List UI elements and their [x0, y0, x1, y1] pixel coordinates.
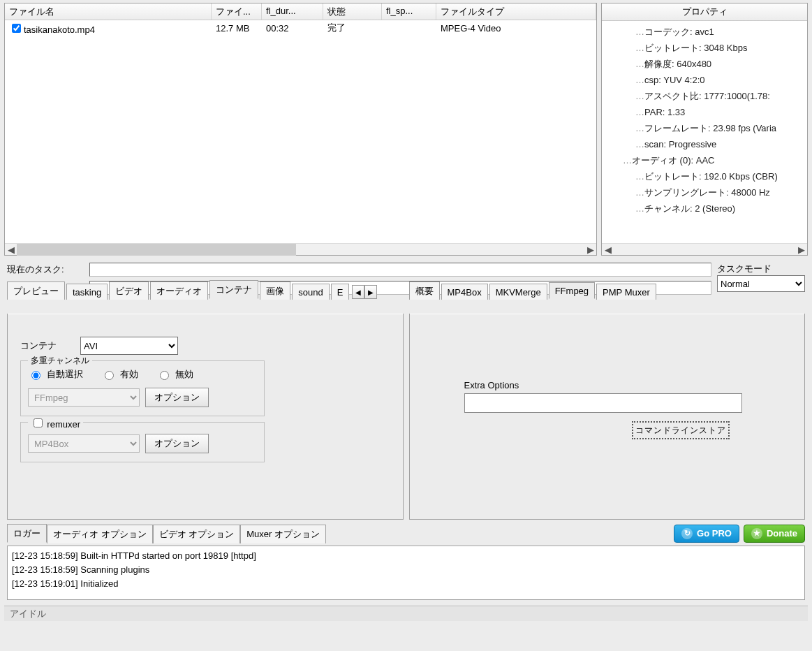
properties-hscroll[interactable]: ◀ ▶ [602, 243, 807, 255]
remux-legend: remuxer [28, 416, 83, 430]
property-item[interactable]: チャンネル: 2 (Stereo) [603, 200, 806, 217]
file-list-panel: ファイル名 ファイ... fl_dur... 状態 fl_sp... ファイルタ… [4, 3, 597, 256]
tab-オーディオ[interactable]: オーディオ [150, 281, 208, 300]
tab-プレビュー[interactable]: プレビュー [7, 281, 65, 300]
radio-disable[interactable]: 無効 [156, 368, 193, 381]
mux-radio-group: 自動選択 有効 無効 [28, 368, 257, 381]
bottom-tab-1[interactable]: オーディオ オプション [47, 525, 153, 543]
property-item[interactable]: アスペクト比: 1777:1000(1.78: [603, 88, 806, 104]
task-mode-select[interactable]: Normal [717, 275, 805, 292]
go-pro-button[interactable]: ↻Go PRO [674, 525, 739, 543]
container-select[interactable]: AVI [80, 337, 178, 355]
col-filetype[interactable]: ファイルタイプ [436, 3, 596, 20]
col-filesize[interactable]: ファイ... [212, 3, 262, 20]
status-text: アイドル [10, 608, 46, 620]
extra-options-label: Extra Options [464, 380, 798, 390]
file-row-size: 12.7 MB [212, 23, 262, 34]
radio-enable[interactable]: 有効 [101, 368, 138, 381]
cmdline-store-button[interactable]: コマンドラインストア [632, 421, 730, 439]
tab-pmp muxer[interactable]: PMP Muxer [596, 284, 656, 300]
tab-概要[interactable]: 概要 [409, 281, 440, 300]
task-mode-label: タスクモード [717, 263, 805, 275]
file-row-status: 完了 [323, 22, 382, 34]
file-list-headers: ファイル名 ファイ... fl_dur... 状態 fl_sp... ファイルタ… [5, 3, 596, 20]
log-output[interactable]: [12-23 15:18:59] Built-in HTTPd started … [7, 546, 805, 600]
property-item[interactable]: フレームレート: 23.98 fps (Varia [603, 120, 806, 136]
current-task-label: 現在のタスク: [7, 263, 84, 276]
col-duration[interactable]: fl_dur... [262, 3, 323, 20]
log-line: [12-23 15:18:59] Built-in HTTPd started … [12, 549, 800, 563]
tab-mkvmerge[interactable]: MKVMerge [489, 284, 547, 300]
scroll-left-icon[interactable]: ◀ [602, 244, 614, 256]
tab-tasking[interactable]: tasking [66, 284, 108, 300]
properties-panel: プロパティ コーデック: avc1ビットレート: 3048 Kbps解像度: 6… [601, 3, 808, 256]
property-item[interactable]: scan: Progressive [603, 136, 806, 152]
tab-ffmpeg[interactable]: FFmpeg [549, 282, 595, 299]
scroll-left-icon[interactable]: ◀ [5, 244, 17, 256]
scroll-right-icon[interactable]: ▶ [584, 244, 596, 256]
property-item[interactable]: csp: YUV 4:2:0 [603, 72, 806, 88]
status-bar: アイドル [4, 606, 808, 621]
tab-ビデオ[interactable]: ビデオ [109, 281, 149, 300]
refresh-icon: ↻ [681, 528, 693, 539]
tab-prev-icon[interactable]: ◀ [352, 285, 364, 299]
mux-option-button[interactable]: オプション [145, 388, 209, 407]
remux-tool-select[interactable]: MP4Box [28, 434, 140, 453]
file-row[interactable]: tasikanakoto.mp4 12.7 MB 00:32 完了 MPEG-4… [5, 20, 596, 36]
right-tab-panel: 概要MP4BoxMKVMergeFFmpegPMP Muxer Extra Op… [409, 314, 806, 520]
property-item[interactable]: サンプリングレート: 48000 Hz [603, 184, 806, 200]
file-list-hscroll[interactable]: ◀ ▶ [5, 243, 596, 255]
tab-画像[interactable]: 画像 [260, 281, 290, 300]
file-row-duration: 00:32 [262, 23, 323, 34]
log-line: [12-23 15:19:01] Initialized [12, 577, 800, 591]
property-item[interactable]: ビットレート: 192.0 Kbps (CBR) [603, 168, 806, 184]
file-row-type: MPEG-4 Video [436, 23, 596, 34]
left-tab-panel: プレビューtaskingビデオオーディオコンテナ画像soundE◀▶ コンテナ … [7, 314, 404, 520]
file-row-checkbox[interactable] [12, 24, 21, 33]
container-label: コンテナ [20, 339, 65, 352]
bottom-tab-3[interactable]: Muxer オプション [240, 525, 326, 543]
col-speed[interactable]: fl_sp... [382, 3, 436, 20]
tab-sound[interactable]: sound [292, 284, 329, 300]
log-line: [12-23 15:18:59] Scanning plugins [12, 563, 800, 577]
scroll-right-icon[interactable]: ▶ [795, 244, 807, 256]
mux-legend: 多重チャンネル [28, 355, 92, 367]
bottom-tab-0[interactable]: ロガー [7, 524, 47, 543]
properties-header: プロパティ [602, 3, 807, 21]
remux-option-button[interactable]: オプション [145, 434, 209, 453]
mux-tool-select[interactable]: FFmpeg [28, 388, 140, 407]
scroll-thumb[interactable] [17, 244, 296, 256]
extra-options-input[interactable] [464, 393, 742, 413]
tab-e[interactable]: E [331, 284, 350, 300]
property-item[interactable]: オーディオ (0): AAC [603, 152, 806, 168]
property-item[interactable]: ビットレート: 3048 Kbps [603, 40, 806, 56]
property-item[interactable]: 解像度: 640x480 [603, 56, 806, 72]
star-icon: ★ [751, 528, 762, 539]
property-item[interactable]: コーデック: avc1 [603, 24, 806, 40]
tab-コンテナ[interactable]: コンテナ [209, 280, 258, 299]
property-item[interactable]: PAR: 1.33 [603, 104, 806, 120]
current-task-progress [89, 263, 711, 277]
remuxer-checkbox[interactable] [34, 418, 43, 427]
radio-auto[interactable]: 自動選択 [28, 368, 83, 381]
col-status[interactable]: 状態 [323, 3, 382, 20]
file-row-name: tasikanakoto.mp4 [24, 24, 95, 35]
bottom-tab-2[interactable]: ビデオ オプション [153, 525, 241, 543]
col-filename[interactable]: ファイル名 [5, 3, 212, 20]
tab-mp4box[interactable]: MP4Box [441, 284, 488, 300]
donate-button[interactable]: ★Donate [744, 525, 805, 543]
properties-tree[interactable]: コーデック: avc1ビットレート: 3048 Kbps解像度: 640x480… [602, 21, 807, 243]
tab-next-icon[interactable]: ▶ [364, 285, 377, 299]
